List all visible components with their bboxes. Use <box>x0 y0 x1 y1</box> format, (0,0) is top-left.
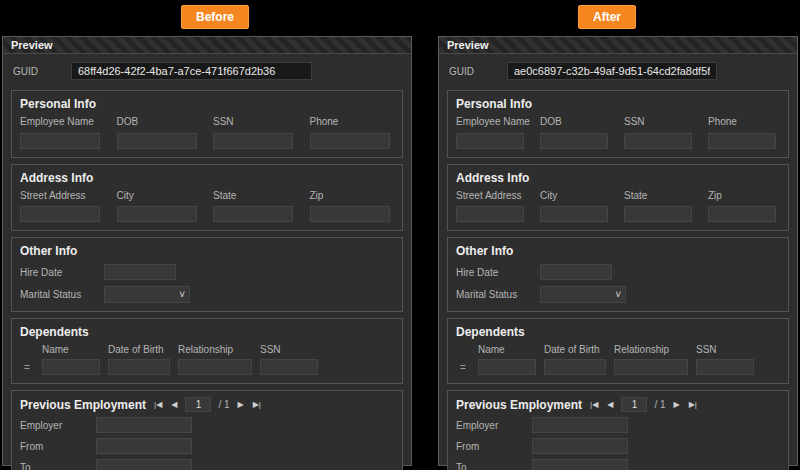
street-address-input[interactable] <box>456 206 524 222</box>
dep-relationship-input[interactable] <box>178 359 252 375</box>
page-first-icon[interactable]: |◀ <box>589 400 599 409</box>
ssn-input[interactable] <box>624 133 692 149</box>
from-label: From <box>456 441 532 452</box>
street-address-label: Street Address <box>456 190 528 201</box>
zip-input[interactable] <box>310 206 390 222</box>
section-previous-employment: Previous Employment |◀ ◀ / 1 ▶ ▶| Employ… <box>447 390 789 470</box>
employee-name-input[interactable] <box>20 133 100 149</box>
page-total-label: / 1 <box>654 399 665 410</box>
personal-info-title: Personal Info <box>456 97 780 111</box>
street-address-input[interactable] <box>20 206 100 222</box>
state-label: State <box>624 190 696 201</box>
page-prev-icon[interactable]: ◀ <box>606 400 614 409</box>
city-input[interactable] <box>117 206 197 222</box>
dep-ssn-input[interactable] <box>260 359 318 375</box>
previous-employment-header: Previous Employment |◀ ◀ / 1 ▶ ▶| <box>20 397 394 412</box>
field-street-address: Street Address <box>456 190 528 223</box>
state-input[interactable] <box>213 206 293 222</box>
guid-input[interactable] <box>507 62 717 80</box>
dep-dob-input[interactable] <box>108 359 170 375</box>
from-input[interactable] <box>532 438 628 454</box>
field-state: State <box>213 190 298 223</box>
marital-status-select[interactable]: ˅ <box>104 286 190 303</box>
field-city: City <box>117 190 202 223</box>
to-input[interactable] <box>96 459 192 470</box>
field-phone: Phone <box>708 116 780 149</box>
row-drag-handle-icon[interactable]: = <box>456 362 470 373</box>
state-input[interactable] <box>624 206 692 222</box>
after-button[interactable]: After <box>578 5 636 29</box>
section-address-info: Address Info Street Address City State Z… <box>447 164 789 232</box>
dependents-row: = <box>456 359 780 375</box>
page-number-input[interactable] <box>185 397 211 412</box>
phone-label: Phone <box>310 116 395 127</box>
chevron-down-icon: ˅ <box>179 290 185 300</box>
personal-info-title: Personal Info <box>20 97 394 111</box>
zip-input[interactable] <box>708 206 776 222</box>
employer-row: Employer <box>456 417 780 433</box>
from-input[interactable] <box>96 438 192 454</box>
dependents-title: Dependents <box>20 325 394 339</box>
employer-row: Employer <box>20 417 394 433</box>
city-input[interactable] <box>540 206 608 222</box>
zip-label: Zip <box>708 190 780 201</box>
hire-date-row: Hire Date <box>20 264 394 280</box>
page-number-input[interactable] <box>621 397 647 412</box>
dep-ssn-input[interactable] <box>696 359 754 375</box>
ssn-input[interactable] <box>213 133 293 149</box>
page-next-icon[interactable]: ▶ <box>673 400 681 409</box>
section-personal-info: Personal Info Employee Name DOB SSN Phon… <box>447 90 789 158</box>
dep-col-date-of-birth: Date of Birth <box>108 344 170 355</box>
preview-header: Preview <box>3 37 411 54</box>
dep-col-date-of-birth: Date of Birth <box>544 344 606 355</box>
hire-date-input[interactable] <box>540 264 612 280</box>
other-info-title: Other Info <box>456 244 780 258</box>
before-button[interactable]: Before <box>181 5 249 29</box>
hire-date-input[interactable] <box>104 264 176 280</box>
marital-status-select[interactable]: ˅ <box>540 286 626 303</box>
dep-relationship-input[interactable] <box>614 359 688 375</box>
address-fields-row: Street Address City State Zip <box>20 190 394 223</box>
dob-label: DOB <box>540 116 612 127</box>
row-drag-handle-icon[interactable]: = <box>20 362 34 373</box>
page-next-icon[interactable]: ▶ <box>237 400 245 409</box>
page-prev-icon[interactable]: ◀ <box>170 400 178 409</box>
dependents-header-row: Name Date of Birth Relationship SSN <box>20 344 394 355</box>
field-state: State <box>624 190 696 223</box>
field-dob: DOB <box>117 116 202 149</box>
dep-name-input[interactable] <box>42 359 100 375</box>
marital-status-label: Marital Status <box>456 289 540 300</box>
dob-input[interactable] <box>117 133 197 149</box>
personal-fields-row: Employee Name DOB SSN Phone <box>456 116 780 149</box>
field-employee-name: Employee Name <box>20 116 105 149</box>
employer-label: Employer <box>20 420 96 431</box>
employee-name-input[interactable] <box>456 133 524 149</box>
dob-input[interactable] <box>540 133 608 149</box>
to-input[interactable] <box>532 459 628 470</box>
address-info-title: Address Info <box>20 171 394 185</box>
guid-label: GUID <box>13 66 71 77</box>
page-last-icon[interactable]: ▶| <box>252 400 262 409</box>
marital-status-label: Marital Status <box>20 289 104 300</box>
guid-row: GUID <box>439 54 797 84</box>
field-employee-name: Employee Name <box>456 116 528 149</box>
field-dob: DOB <box>540 116 612 149</box>
phone-input[interactable] <box>708 133 776 149</box>
employer-input[interactable] <box>96 417 192 433</box>
page-last-icon[interactable]: ▶| <box>688 400 698 409</box>
dep-name-input[interactable] <box>478 359 536 375</box>
personal-fields-row: Employee Name DOB SSN Phone <box>20 116 394 149</box>
employer-input[interactable] <box>532 417 628 433</box>
page-first-icon[interactable]: |◀ <box>153 400 163 409</box>
dependents-title: Dependents <box>456 325 780 339</box>
from-row: From <box>456 438 780 454</box>
previous-employment-title: Previous Employment <box>456 398 582 412</box>
field-city: City <box>540 190 612 223</box>
dep-col-ssn: SSN <box>696 344 754 355</box>
dep-dob-input[interactable] <box>544 359 606 375</box>
employee-name-label: Employee Name <box>456 116 528 127</box>
address-fields-row: Street Address City State Zip <box>456 190 780 223</box>
marital-status-row: Marital Status ˅ <box>20 286 394 303</box>
phone-input[interactable] <box>310 133 390 149</box>
guid-input[interactable] <box>71 62 312 80</box>
